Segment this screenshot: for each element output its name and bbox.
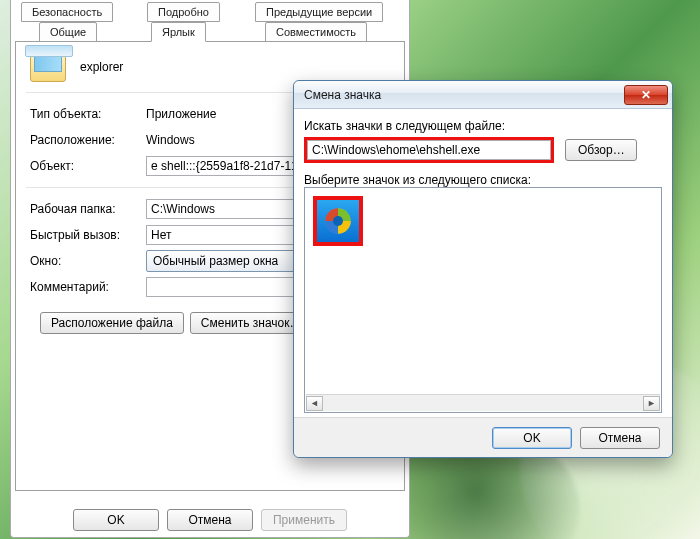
dialog-footer: OK Отмена	[294, 417, 672, 457]
windows-media-center-icon[interactable]	[317, 200, 359, 242]
tab-previous[interactable]: Предыдущие версии	[255, 2, 383, 22]
browse-button[interactable]: Обзор…	[565, 139, 637, 161]
location-label: Расположение:	[30, 133, 138, 147]
tab-general[interactable]: Общие	[39, 22, 97, 42]
apply-button: Применить	[261, 509, 347, 531]
dialog-titlebar[interactable]: Смена значка ✕	[294, 81, 672, 109]
dialog-title: Смена значка	[304, 88, 381, 102]
path-highlight	[304, 137, 554, 163]
scroll-left-icon[interactable]: ◄	[306, 396, 323, 411]
svg-point-1	[333, 216, 343, 226]
dialog-ok-button[interactable]: OK	[492, 427, 572, 449]
dialog-cancel-button[interactable]: Отмена	[580, 427, 660, 449]
tab-security[interactable]: Безопасность	[21, 2, 113, 22]
tab-compat[interactable]: Совместимость	[265, 22, 367, 42]
shortcut-name: explorer	[80, 60, 123, 74]
horizontal-scrollbar[interactable]: ◄ ►	[306, 394, 660, 411]
tab-strip: Безопасность Подробно Предыдущие версии …	[15, 0, 405, 42]
window-select-value: Обычный размер окна	[153, 254, 278, 268]
close-icon: ✕	[641, 88, 651, 102]
window-label: Окно:	[30, 254, 138, 268]
cancel-button[interactable]: Отмена	[167, 509, 253, 531]
open-file-location-button[interactable]: Расположение файла	[40, 312, 184, 334]
tab-details[interactable]: Подробно	[147, 2, 220, 22]
scroll-right-icon[interactable]: ►	[643, 396, 660, 411]
icon-highlight	[313, 196, 363, 246]
workdir-label: Рабочая папка:	[30, 202, 138, 216]
pick-icon-label: Выберите значок из следующего списка:	[304, 173, 662, 187]
search-file-label: Искать значки в следующем файле:	[304, 119, 662, 133]
explorer-icon	[30, 52, 66, 82]
hotkey-label: Быстрый вызов:	[30, 228, 138, 242]
close-button[interactable]: ✕	[624, 85, 668, 105]
icon-listbox[interactable]: ◄ ►	[304, 187, 662, 413]
tab-shortcut[interactable]: Ярлык	[151, 22, 206, 42]
comment-label: Комментарий:	[30, 280, 138, 294]
object-label: Объект:	[30, 159, 138, 173]
type-label: Тип объекта:	[30, 107, 138, 121]
ok-button[interactable]: OK	[73, 509, 159, 531]
properties-footer: OK Отмена Применить	[11, 509, 409, 531]
change-icon-dialog: Смена значка ✕ Искать значки в следующем…	[293, 80, 673, 458]
icon-path-input[interactable]	[307, 140, 551, 160]
